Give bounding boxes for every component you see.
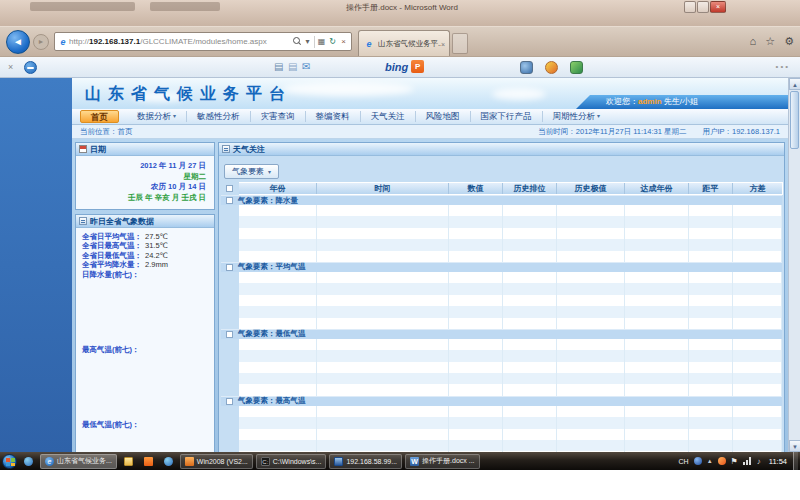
bing-badge-icon[interactable]: P — [411, 60, 424, 73]
rank-item — [82, 430, 214, 439]
refresh-icon[interactable]: ↻ — [327, 37, 338, 46]
forward-button[interactable]: ► — [33, 34, 49, 50]
section-checkbox[interactable] — [226, 264, 233, 271]
menu-item-home[interactable]: 首页 — [80, 110, 119, 123]
taskbar-player-icon[interactable] — [160, 454, 177, 469]
select-all-checkbox[interactable] — [226, 185, 233, 192]
section-checkbox[interactable] — [226, 197, 233, 204]
taskbar-cmd-button[interactable]: C: C:\Windows\s... — [256, 454, 327, 469]
favorites-star-icon[interactable]: ☆ — [765, 35, 775, 48]
new-tab-button[interactable] — [452, 33, 468, 54]
stop-icon[interactable]: × — [338, 37, 349, 46]
extension-icon[interactable] — [570, 61, 583, 74]
section-label: 气象要素：最高气温 — [238, 396, 306, 406]
table-row — [221, 339, 782, 350]
tray-app-icon[interactable] — [694, 457, 702, 465]
weather-watch-panel: 天气关注 气象要素 ▾ 年份 — [218, 142, 785, 452]
section-label: 气象要素：降水量 — [238, 196, 298, 206]
menu-item-disaster-query[interactable]: 灾害查询 — [251, 111, 306, 122]
taskbar-app-icon[interactable] — [140, 454, 157, 469]
action-center-flag-icon[interactable]: ⚑ — [731, 457, 738, 466]
close-button[interactable]: × — [710, 1, 726, 13]
app-icon — [144, 457, 153, 466]
stat-group-heading: 最高气温(前七)： — [82, 345, 214, 354]
extension-icon[interactable] — [545, 61, 558, 74]
overflow-dots-icon[interactable]: ••• — [776, 62, 790, 71]
maximize-button[interactable] — [697, 1, 709, 13]
taskbar-media-icon[interactable] — [20, 454, 37, 469]
tools-gear-icon[interactable]: ⚙ — [784, 35, 794, 48]
rank-item — [82, 279, 214, 288]
rank-item — [82, 317, 214, 326]
word-icon: W — [410, 457, 419, 466]
rank-item — [82, 401, 214, 410]
breadcrumb: 当前位置：首页 — [80, 127, 133, 137]
menu-item-periodic-analysis[interactable]: 周期性分析▾ — [543, 111, 611, 122]
menu-item-risk-map[interactable]: 风险地图 — [416, 111, 471, 122]
envelope-icon[interactable]: ✉ — [302, 61, 310, 72]
screenshot-padding — [0, 470, 800, 500]
start-button[interactable] — [2, 454, 17, 469]
toolbar-close-icon[interactable]: × — [8, 62, 13, 72]
menu-item-sensitivity[interactable]: 敏感性分析 — [187, 111, 251, 122]
tray-orange-icon[interactable] — [718, 457, 726, 465]
menu-item-weather-watch[interactable]: 天气关注 — [361, 111, 416, 122]
table-row — [221, 318, 782, 329]
tab-close-icon[interactable]: × — [441, 41, 445, 48]
dropdown-icon[interactable]: ▾ — [302, 37, 313, 46]
search-icon[interactable] — [291, 36, 302, 47]
cards-icon[interactable]: ▤ — [274, 61, 283, 72]
element-select-button[interactable]: 气象要素 ▾ — [224, 164, 279, 179]
section-label: 气象要素：最低气温 — [238, 329, 306, 339]
scroll-down-icon[interactable]: ▼ — [789, 440, 800, 452]
taskbar-clock[interactable]: 11:54 — [769, 457, 787, 466]
cards-icon[interactable]: ▤ — [288, 61, 297, 72]
browser-tab[interactable]: e 山东省气候业务平... × — [358, 30, 450, 57]
table-header-row: 年份 时间 数值 历史排位 历史极值 达成年份 距平 方差 — [221, 182, 782, 195]
section-checkbox[interactable] — [226, 398, 233, 405]
taskbar-word-button[interactable]: W 操作手册.docx ... — [405, 454, 480, 469]
helper-circle-icon[interactable] — [24, 61, 37, 74]
scrollbar-thumb[interactable] — [790, 91, 799, 149]
tray-expand-icon[interactable]: ▲ — [707, 458, 713, 464]
bing-logo[interactable]: bing — [385, 61, 408, 73]
username: admin — [638, 97, 662, 106]
rank-item — [82, 383, 214, 392]
data-icon — [79, 217, 87, 225]
address-bar[interactable]: e http://192.168.137.1/GLCCLIMATE/module… — [54, 32, 352, 51]
taskbar-ie-button[interactable]: e 山东省气候业务... — [40, 454, 117, 469]
stat-group-heading: 最低气温(前七)： — [82, 420, 214, 429]
vm-icon — [185, 457, 194, 466]
ie-icon: e — [45, 457, 54, 466]
show-desktop-button[interactable] — [793, 452, 798, 470]
menu-item-downlink-products[interactable]: 国家下行产品 — [471, 111, 543, 122]
scroll-up-icon[interactable]: ▲ — [789, 78, 800, 90]
vertical-scrollbar[interactable]: ▲ ▼ — [788, 78, 800, 452]
window-controls: × — [684, 1, 726, 13]
info-bar: 当前位置：首页 当前时间：2012年11月27日 11:14:31 星期二 用户… — [72, 125, 788, 139]
volume-icon[interactable]: ♪ — [757, 457, 761, 466]
background-window — [150, 2, 220, 11]
home-icon[interactable]: ⌂ — [750, 35, 757, 48]
extension-icon[interactable] — [520, 61, 533, 74]
network-icon[interactable] — [743, 457, 752, 465]
stat-group: 日降水量(前七)： — [82, 270, 214, 345]
taskbar-explorer-icon[interactable] — [120, 454, 137, 469]
calendar-lunar: 农历 10 月 14 日 — [84, 182, 206, 193]
media-icon — [164, 457, 173, 466]
menu-item-compiled-data[interactable]: 整编资料 — [306, 111, 361, 122]
language-indicator[interactable]: CH — [679, 458, 689, 465]
menu-item-data-analysis[interactable]: 数据分析▾ — [127, 111, 187, 122]
compatibility-icon[interactable]: ▦ — [316, 37, 327, 46]
browser-toolbar: × ▤ ▤ ✉ bing P ••• — [0, 56, 800, 78]
background-window-title: 操作手册.docx - Microsoft Word — [346, 2, 458, 13]
back-button[interactable]: ◄ — [6, 30, 30, 54]
page-viewport: 山东省气候业务平台 欢迎您：admin 先生/小姐 首页 数据分析▾ 敏感性分析… — [0, 78, 800, 452]
taskbar-rdp-button[interactable]: 192.168.58.99... — [329, 454, 402, 469]
system-tray: CH ▲ ⚑ ♪ 11:54 — [679, 457, 790, 466]
chevron-down-icon: ▾ — [173, 111, 176, 122]
taskbar-vm-button[interactable]: Win2008 (VS2... — [180, 454, 253, 469]
welcome-banner: 欢迎您：admin 先生/小姐 — [576, 95, 788, 109]
section-checkbox[interactable] — [226, 331, 233, 338]
minimize-button[interactable] — [684, 1, 696, 13]
